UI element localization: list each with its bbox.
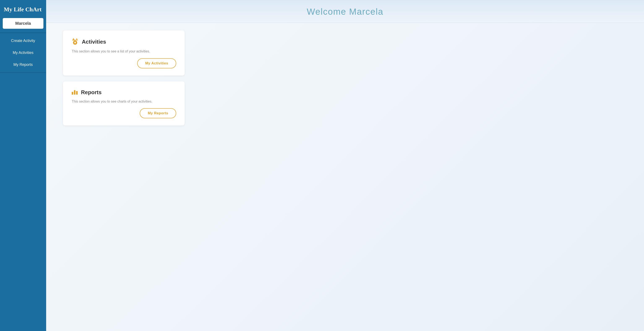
reports-card-header: Reports [71,88,176,96]
sidebar-item-my-reports[interactable]: My Reports [0,59,46,71]
svg-marker-0 [72,38,75,40]
activities-card-header: Activities [71,38,176,46]
activities-card-action: My Activities [71,58,176,68]
welcome-title: Welcome Marcela [46,7,644,17]
activities-card-description: This section allows you to see a list of… [71,49,176,54]
svg-rect-4 [72,92,73,94]
bar-chart-icon [71,88,78,96]
svg-marker-1 [75,38,78,40]
reports-card-description: This section allows you to see charts of… [71,99,176,104]
reports-card-action: My Reports [71,108,176,118]
reports-card: Reports This section allows you to see c… [63,82,184,126]
app-title: My Life ChArt [0,6,46,18]
my-reports-button[interactable]: My Reports [140,108,176,118]
reports-card-title: Reports [81,89,102,96]
my-activities-button[interactable]: My Activities [137,58,176,68]
user-badge: Marcela [3,18,44,29]
medal-icon [71,38,79,46]
svg-rect-6 [76,91,78,94]
sidebar-divider [0,32,46,33]
sidebar-nav: Create Activity My Activities My Reports [0,35,46,71]
sidebar-item-create-activity[interactable]: Create Activity [0,35,46,47]
sidebar: My Life ChArt Marcela Create Activity My… [0,0,46,331]
main-content: Welcome Marcela Activit [46,0,644,331]
sidebar-bottom-divider [0,72,46,73]
sidebar-item-my-activities[interactable]: My Activities [0,47,46,59]
welcome-header: Welcome Marcela [46,0,644,23]
activities-card-title: Activities [82,38,106,45]
svg-rect-5 [74,90,76,94]
cards-container: Activities This section allows you to se… [46,23,644,133]
activities-card: Activities This section allows you to se… [63,30,184,76]
